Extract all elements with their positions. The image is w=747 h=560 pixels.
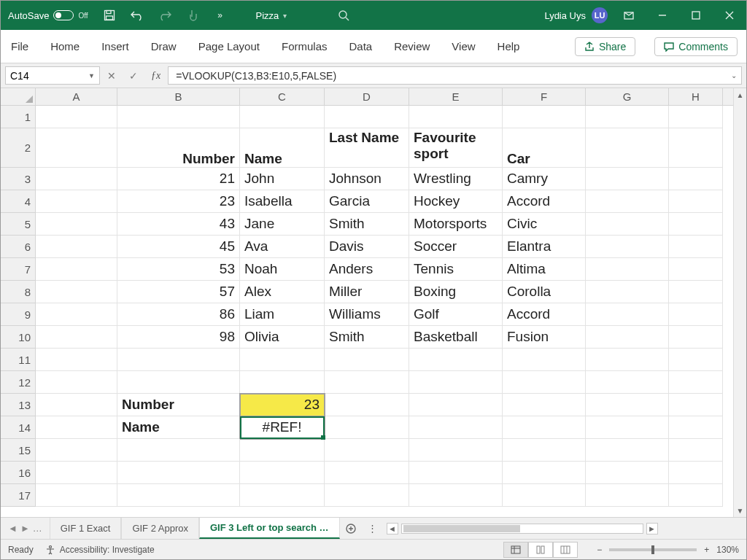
search-icon[interactable] xyxy=(338,9,349,21)
row-header[interactable]: 13 xyxy=(1,394,36,416)
title-bar: AutoSave Off » Pizza ▾ Lydia Uys LU xyxy=(1,1,746,30)
expand-formula-icon[interactable]: ⌄ xyxy=(731,71,737,79)
row-header[interactable]: 3 xyxy=(1,168,36,190)
sheet-tab-active[interactable]: GIF 3 Left or top search … xyxy=(199,518,340,539)
sheet-nav[interactable]: ◄ ► … xyxy=(1,518,50,539)
vertical-scrollbar[interactable]: ▲ ▼ xyxy=(733,88,746,517)
scroll-left-icon[interactable]: ◄ xyxy=(387,523,398,534)
row-header[interactable]: 11 xyxy=(1,349,36,371)
chevron-down-icon: ▼ xyxy=(88,72,95,79)
cell-C14[interactable]: #REF! xyxy=(240,416,325,439)
formula-input[interactable]: =VLOOKUP(C13,B3:E10,5,FALSE) ⌄ xyxy=(168,66,742,85)
zoom-out-button[interactable]: − xyxy=(597,545,602,555)
horizontal-scrollbar[interactable]: ◄ ► xyxy=(384,518,661,539)
sheet-tab[interactable]: GIF 2 Approx xyxy=(121,518,199,539)
zoom-in-button[interactable]: + xyxy=(704,545,709,555)
tab-home[interactable]: Home xyxy=(49,37,81,55)
qat-more-icon[interactable]: » xyxy=(214,9,227,22)
scroll-right-icon[interactable]: ► xyxy=(646,523,658,534)
comments-button[interactable]: Comments xyxy=(654,37,738,56)
view-buttons xyxy=(503,542,578,558)
row-header[interactable]: 5 xyxy=(1,213,36,236)
window-controls xyxy=(612,1,746,30)
tab-review[interactable]: Review xyxy=(392,37,431,55)
tab-view[interactable]: View xyxy=(450,37,476,55)
svg-rect-8 xyxy=(511,546,520,553)
add-sheet-button[interactable] xyxy=(340,518,362,539)
row-header[interactable]: 7 xyxy=(1,258,36,281)
close-button[interactable] xyxy=(713,1,746,30)
row-header[interactable]: 10 xyxy=(1,326,36,349)
accessibility-status[interactable]: Accessibility: Investigate xyxy=(45,545,155,555)
col-header-H[interactable]: H xyxy=(669,88,723,105)
col-header-E[interactable]: E xyxy=(409,88,503,105)
tab-draw[interactable]: Draw xyxy=(150,37,178,55)
tab-page-layout[interactable]: Page Layout xyxy=(197,37,261,55)
share-button[interactable]: Share xyxy=(575,37,635,56)
touch-icon[interactable] xyxy=(186,9,199,22)
row-header[interactable]: 6 xyxy=(1,236,36,258)
sheet-tab[interactable]: GIF 1 Exact xyxy=(50,518,122,539)
col-header-D[interactable]: D xyxy=(325,88,409,105)
row-header[interactable]: 4 xyxy=(1,190,36,213)
ribbon-options-icon[interactable] xyxy=(612,1,646,30)
document-title[interactable]: Pizza ▾ xyxy=(256,10,287,21)
cell-B2[interactable]: Number xyxy=(117,128,240,168)
view-page-layout-icon[interactable] xyxy=(528,542,553,558)
view-normal-icon[interactable] xyxy=(503,542,528,558)
row-header[interactable]: 8 xyxy=(1,281,36,303)
cell-B13[interactable]: Number xyxy=(117,394,240,416)
name-box[interactable]: C14 ▼ xyxy=(5,66,100,85)
tab-file[interactable]: File xyxy=(9,37,30,55)
tab-insert[interactable]: Insert xyxy=(100,37,131,55)
cell-F2[interactable]: Car xyxy=(503,128,586,168)
row-header[interactable]: 2 xyxy=(1,128,36,168)
account-button[interactable]: Lydia Uys LU xyxy=(544,7,608,23)
status-ready: Ready xyxy=(8,545,34,555)
col-header-F[interactable]: F xyxy=(503,88,586,105)
sheets-more-icon[interactable]: … xyxy=(33,523,42,534)
maximize-button[interactable] xyxy=(679,1,713,30)
row-header[interactable]: 12 xyxy=(1,371,36,394)
row-header[interactable]: 9 xyxy=(1,303,36,326)
chevron-right-icon[interactable]: ► xyxy=(20,523,30,534)
save-icon[interactable] xyxy=(103,9,116,22)
col-header-B[interactable]: B xyxy=(117,88,240,105)
enter-icon[interactable]: ✓ xyxy=(129,70,138,82)
chevron-left-icon[interactable]: ◄ xyxy=(8,523,18,534)
scroll-up-icon[interactable]: ▲ xyxy=(734,88,746,101)
col-header-G[interactable]: G xyxy=(586,88,669,105)
spreadsheet-grid[interactable]: A B C D E F G H 1 2 3 4 5 6 7 8 9 10 11 … xyxy=(1,88,746,517)
zoom-level[interactable]: 130% xyxy=(716,545,739,555)
tab-data[interactable]: Data xyxy=(347,37,374,55)
row-header[interactable]: 14 xyxy=(1,416,36,439)
row-header[interactable]: 16 xyxy=(1,462,36,484)
tab-formulas[interactable]: Formulas xyxy=(280,37,329,55)
autosave-toggle[interactable]: AutoSave Off xyxy=(8,10,88,21)
cell-B14[interactable]: Name xyxy=(117,416,240,439)
cell-C13[interactable]: 23 xyxy=(240,394,325,416)
cell-E2[interactable]: Favourite sport xyxy=(409,128,503,168)
cancel-icon[interactable]: ✕ xyxy=(107,70,116,82)
cells-area[interactable]: Number Name Last Name Favourite sport Ca… xyxy=(36,106,746,517)
svg-point-7 xyxy=(49,545,51,548)
tab-help[interactable]: Help xyxy=(496,37,522,55)
col-header-C[interactable]: C xyxy=(240,88,325,105)
redo-icon[interactable] xyxy=(158,9,171,22)
cell-D2[interactable]: Last Name xyxy=(325,128,409,168)
formula-buttons: ✕ ✓ ƒx xyxy=(100,63,168,88)
svg-rect-11 xyxy=(561,546,570,553)
row-header[interactable]: 15 xyxy=(1,439,36,462)
cell-C2[interactable]: Name xyxy=(240,128,325,168)
fx-icon[interactable]: ƒx xyxy=(151,70,160,82)
col-header-A[interactable]: A xyxy=(36,88,117,105)
undo-icon[interactable] xyxy=(131,9,144,22)
row-header[interactable]: 1 xyxy=(1,106,36,128)
scroll-down-icon[interactable]: ▼ xyxy=(734,504,746,517)
view-page-break-icon[interactable] xyxy=(553,542,578,558)
row-header[interactable]: 17 xyxy=(1,484,36,507)
minimize-button[interactable] xyxy=(646,1,679,30)
zoom-slider[interactable] xyxy=(609,548,697,551)
sheet-menu-icon[interactable]: ⋮ xyxy=(362,518,384,539)
select-all-button[interactable] xyxy=(1,88,36,105)
